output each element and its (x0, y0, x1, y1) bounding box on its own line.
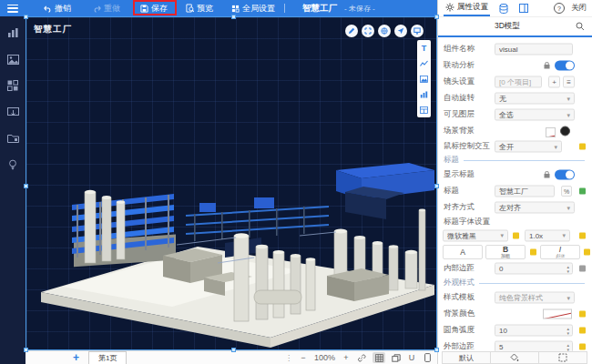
binding-indicator[interactable] (579, 311, 586, 318)
font-family-select[interactable]: 微软雅黑▾ (443, 229, 508, 241)
widgets-icon[interactable] (5, 78, 21, 93)
layers-icon[interactable] (392, 352, 401, 363)
globe-icon[interactable] (378, 25, 391, 37)
title-text-input[interactable]: 智慧工厂 (495, 186, 555, 197)
analysis-toggle[interactable] (555, 61, 575, 71)
selection-handle[interactable] (434, 184, 439, 188)
component-name-input[interactable] (495, 44, 573, 56)
visible-layers-select[interactable]: 全选▾ (495, 109, 575, 121)
lock-icon (544, 171, 550, 178)
chart-icon[interactable] (5, 25, 21, 40)
selection-handle[interactable] (434, 348, 439, 352)
pencil-icon[interactable] (345, 25, 358, 37)
undo-button[interactable]: 撤销 (38, 0, 77, 16)
binding-indicator[interactable] (584, 248, 590, 255)
binding-indicator[interactable] (579, 232, 586, 238)
add-camera-button[interactable]: + (548, 76, 560, 88)
layout-panel-icon[interactable] (517, 2, 530, 15)
export-board-icon[interactable] (5, 105, 21, 119)
label-font-settings: 标题字体设置 (438, 216, 592, 228)
camera-list-button[interactable]: ≡ (563, 76, 575, 88)
close-button[interactable]: 关闭 (571, 3, 587, 14)
binding-indicator[interactable] (579, 344, 586, 350)
selection-handle[interactable] (24, 348, 28, 352)
drag-handle-icon[interactable]: ⋮ (285, 354, 292, 362)
field-camera-settings: 镜头设置 [0 个项目] + ≡ (438, 74, 592, 90)
grid-icon[interactable] (373, 352, 385, 363)
binding-indicator[interactable] (579, 144, 586, 150)
redo-label: 重做 (104, 3, 120, 15)
binding-indicator[interactable] (530, 248, 536, 255)
line-chart-icon[interactable] (419, 58, 429, 68)
binding-indicator[interactable] (579, 266, 586, 272)
image-icon[interactable] (419, 74, 429, 84)
zoom-in-button[interactable]: + (342, 352, 351, 363)
transparent-swatch-icon[interactable] (546, 127, 556, 137)
phone-icon[interactable] (423, 352, 432, 363)
table-icon[interactable] (419, 105, 429, 115)
font-size-select[interactable]: 1.0x▾ (525, 229, 570, 241)
monitor-icon[interactable] (411, 25, 424, 37)
bg-color-swatch[interactable] (543, 309, 572, 319)
bar-chart-icon[interactable] (419, 89, 429, 99)
custom-border-button[interactable] (539, 351, 587, 364)
page-tab[interactable]: 第1页 (88, 351, 127, 364)
stepper-arrows-icon[interactable]: ▴▾ (566, 343, 569, 352)
add-page-button[interactable]: + (73, 353, 79, 362)
zoom-out-button[interactable]: − (299, 352, 308, 363)
binding-indicator[interactable] (579, 328, 586, 334)
magnet-u-icon[interactable]: U (407, 352, 416, 363)
data-source-icon[interactable] (497, 2, 510, 15)
tab-property-settings[interactable]: 属性设置 (444, 0, 490, 16)
expand-icon[interactable] (362, 25, 374, 37)
menu-icon[interactable] (7, 5, 18, 13)
stepper-value: 0 (499, 265, 503, 273)
selection-handle[interactable] (24, 184, 28, 188)
selection-handle[interactable] (434, 15, 439, 19)
field-label: 内部边距 (444, 263, 475, 274)
font-color-button[interactable]: A (443, 245, 483, 259)
mouse-control-select[interactable]: 全开▾ (495, 141, 562, 153)
field-label: 联动分析 (444, 60, 475, 71)
folder-icon[interactable] (5, 131, 21, 146)
bold-button[interactable]: B加粗 (485, 245, 526, 259)
corner-radius-stepper[interactable]: 10▴▾ (495, 325, 573, 337)
zoom-level[interactable]: 100% (314, 352, 335, 363)
select-value: 全开 (499, 142, 514, 152)
save-label: 保存 (151, 3, 168, 15)
paint-bucket-button[interactable] (491, 351, 539, 364)
binding-indicator[interactable] (513, 232, 519, 238)
save-state-text: - 未保存 - (344, 4, 375, 14)
image-icon[interactable] (5, 52, 21, 66)
field-component-name: 组件名称 (438, 41, 592, 57)
binding-indicator[interactable] (579, 188, 586, 195)
field-align: 对齐方式 左对齐▾ (438, 199, 592, 216)
style-template-select[interactable]: 纯色背景样式▾ (495, 292, 575, 304)
search-icon[interactable] (576, 22, 585, 31)
auto-rotate-select[interactable]: 无▾ (495, 93, 575, 105)
text-icon[interactable]: T (419, 43, 429, 53)
3d-viewport[interactable]: 智慧工厂 T (26, 16, 437, 350)
selection-handle[interactable] (231, 15, 236, 19)
color-dot-swatch[interactable] (560, 126, 570, 136)
stepper-arrows-icon[interactable]: ▴▾ (566, 265, 569, 274)
selection-handle[interactable] (24, 15, 28, 19)
redo-button[interactable]: 重做 (87, 0, 126, 16)
align-select[interactable]: 左对齐▾ (495, 202, 575, 214)
inner-padding-stepper[interactable]: 0▴▾ (495, 263, 573, 275)
toolbar-divider (284, 4, 285, 13)
save-button[interactable]: 保存 (135, 0, 173, 16)
percent-icon[interactable]: % (561, 186, 572, 197)
link-icon[interactable] (357, 352, 366, 363)
stepper-arrows-icon[interactable]: ▴▾ (566, 327, 569, 336)
italic-button[interactable]: I斜体 (540, 245, 580, 259)
send-icon[interactable] (394, 25, 407, 37)
selection-handle[interactable] (231, 348, 236, 352)
help-icon[interactable]: ? (554, 3, 565, 14)
show-title-toggle[interactable] (555, 170, 575, 180)
preview-button[interactable]: 预览 (180, 0, 219, 16)
default-border-button[interactable]: 默认 (442, 351, 491, 364)
camera-items-field[interactable]: [0 个项目] (495, 76, 542, 88)
select-value: 1.0x (529, 231, 543, 239)
bulb-icon[interactable] (5, 157, 21, 172)
